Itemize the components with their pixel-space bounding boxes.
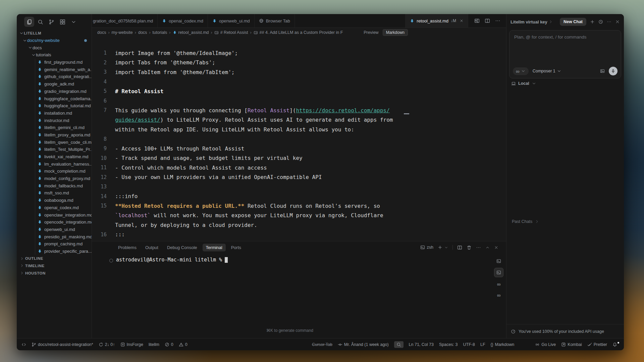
status-warnings[interactable]: 0 [179,342,187,347]
status-kombai[interactable]: Kombai [561,342,582,347]
terminal-session-icon-active[interactable] [494,268,503,277]
folder-docs[interactable]: docs [17,44,92,51]
maximize-panel-icon[interactable] [485,245,490,250]
file-item[interactable]: gemini_realtime_with_a... [35,66,92,73]
split-terminal-icon[interactable] [457,245,462,250]
file-item[interactable]: presidio_pii_masking.md [35,233,92,240]
close-panel-icon[interactable] [615,19,620,24]
file-item[interactable]: lm_evaluation_harness... [35,160,92,168]
sidebar-section-outline[interactable]: OUTLINE [17,255,92,262]
activity-source-control-button[interactable] [46,17,56,27]
add-chat-icon[interactable] [590,19,595,24]
file-item[interactable]: openweb_ui.md [35,226,92,233]
overview-ruler-marker[interactable] [404,113,409,114]
voice-input-button[interactable] [609,67,618,75]
attach-image-icon[interactable] [600,69,605,73]
tab-retool-assist-md[interactable]: retool_assist.md↓M [405,14,468,27]
code-line[interactable]: `localhost` will not work. You must expo… [92,211,506,221]
file-item[interactable]: livekit_xai_realtime.md [35,153,92,161]
panel-tab-ports[interactable]: Ports [228,244,245,251]
file-item[interactable]: mock_completion.md [35,168,92,175]
status-language-mode[interactable]: {}Markdown [491,342,515,347]
file-item[interactable]: opencode_integration.md [35,219,92,226]
chat-input-box[interactable]: Plan, @ for context, / for commands ∞ Co… [509,30,621,78]
status-eol[interactable]: LF [480,342,485,347]
file-item[interactable]: litellm_gemini_cli.md [35,124,92,131]
close-tab-icon[interactable] [460,19,464,23]
file-item[interactable]: google_adk.md [35,80,92,88]
file-item[interactable]: model_config_proxy.md [35,175,92,182]
status-cursor-tab[interactable]: Cursor Tab [312,342,332,347]
file-item[interactable]: oobabooga.md [35,197,92,204]
status-indentation[interactable]: Spaces: 3 [439,342,458,347]
file-item[interactable]: model_fallbacks.md [35,182,92,189]
panel-tab-terminal[interactable]: Terminal [203,244,226,251]
agent-session-icon[interactable]: ∞ [494,280,503,288]
shell-selector[interactable]: zsh [420,245,433,250]
breadcrumb-item[interactable]: docs [138,30,147,35]
code-line[interactable]: 6 [92,96,506,106]
code-editor[interactable]: 1import Image from '@theme/IdealImage';2… [92,37,506,241]
new-chat-tab[interactable]: New Chat [560,18,586,26]
status-go-live[interactable]: Go Live [535,342,556,347]
file-item[interactable]: github_copilot_integrati... [35,73,92,80]
code-line[interactable]: 2import Tabs from '@theme/Tabs'; [92,58,506,68]
code-line[interactable]: guides/assist/) to LiteLLM Proxy. Retool… [92,115,506,125]
code-line[interactable]: 12- Use your own LLM providers via a uni… [92,173,506,182]
status-notifications[interactable] [612,342,619,347]
sidebar-section-timeline[interactable]: TIMELINE [17,262,92,269]
file-item[interactable]: gradio_integration.md [35,88,92,95]
file-item[interactable]: first_playground.md [35,59,92,66]
history-icon[interactable] [598,19,603,24]
markdown-mode-button[interactable]: Markdown [383,29,408,36]
more-actions-icon[interactable] [495,18,500,23]
file-item[interactable]: huggingface_tutorial.md [35,102,92,110]
file-item[interactable]: litellm_Test_Multiple_Pr... [35,146,92,153]
more-options-icon[interactable] [607,19,611,24]
model-selector[interactable]: Composer 1 [533,69,561,73]
file-item[interactable]: provider_specific_para... [35,248,92,255]
close-panel-icon[interactable] [494,245,498,250]
status-errors[interactable]: 0 [165,342,173,347]
code-line[interactable]: 14:::info [92,192,506,201]
code-line[interactable]: within the Retool app IDE. Using LiteLLM… [92,125,506,134]
code-line[interactable]: 3import TabItem from '@theme/TabItem'; [92,67,506,77]
tab-gration-doc-d075fd58-plan-md[interactable]: gration_doc_d075fd58.plan.md [92,14,158,27]
sidebar-section-houston[interactable]: HOUSTON [17,269,92,277]
status-encoding[interactable]: UTF-8 [463,342,475,347]
kill-terminal-icon[interactable] [467,245,472,250]
code-line[interactable]: Tunnel, or by deploying to a cloud provi… [92,220,506,230]
status-git-sync[interactable]: 2↓ 0↑ [99,342,115,347]
context-selector[interactable]: Local [511,81,536,86]
status-litellm[interactable]: litellm [149,342,159,347]
status-cursor-position[interactable]: Ln 71, Col 73 [409,342,434,347]
tab-openai-codex-md[interactable]: openai_codex.md [158,14,208,27]
panel-tab-problems[interactable]: Problems [115,244,140,251]
activity-files-button[interactable] [24,17,34,27]
code-line[interactable]: 5# Retool Assist [92,86,506,96]
breadcrumb-item[interactable]: tutorials [153,30,167,35]
activity-search-button[interactable] [35,17,45,27]
preview-label[interactable]: Preview [364,30,378,35]
api-usage-notice[interactable]: You've used 100% of your included API us… [506,324,624,339]
code-line[interactable]: 16::: [92,230,506,240]
status-prettier[interactable]: Prettier [587,342,607,347]
agent-session-icon[interactable]: ∞ [494,291,503,299]
breadcrumb-item[interactable]: ## 4. Add LiteLLM as a Custom Provider i… [254,30,343,35]
file-item[interactable]: huggingface_codellama... [35,95,92,102]
file-item[interactable]: openai_codex.md [35,204,92,212]
code-line[interactable]: 4 [92,77,506,87]
breadcrumb-item[interactable]: # Retool Assist [214,30,248,35]
tab-browser-tab[interactable]: Browser Tab [255,14,295,27]
code-line[interactable]: 7This guide walks you through connecting… [92,106,506,115]
status-search[interactable] [394,341,404,348]
code-line[interactable]: 15**Hosted Retool requires a public URL.… [92,201,506,211]
open-preview-icon[interactable] [474,18,480,23]
breadcrumb-item[interactable]: docs [97,30,106,35]
status-insforge[interactable]: InsForge [120,342,143,347]
activity-chevron-down-button[interactable] [68,17,78,27]
panel-tab-output[interactable]: Output [142,244,162,251]
terminal-session-icon[interactable] [494,257,503,265]
tab-openweb-ui-md[interactable]: openweb_ui.md [208,14,255,27]
new-terminal-button[interactable] [438,245,448,250]
